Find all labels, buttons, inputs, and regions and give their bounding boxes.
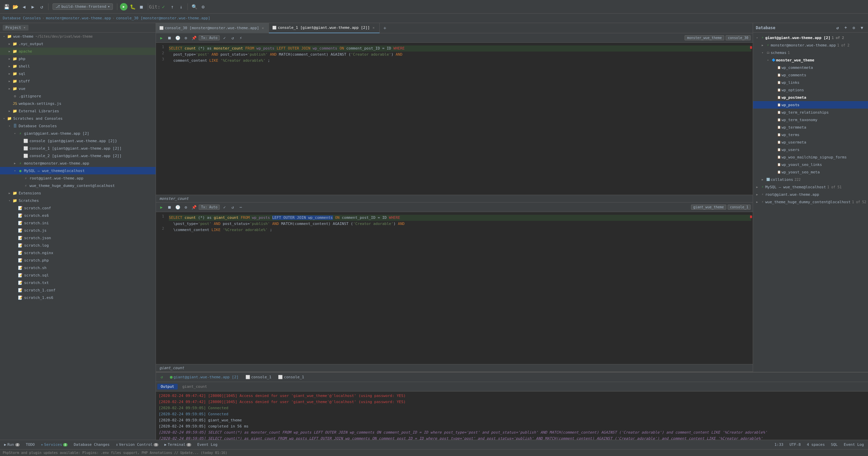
tab-console1-giant[interactable]: ⬜ console_1 [giant@giant.wue-theme.app […	[269, 23, 380, 33]
tree-scratch-conf[interactable]: ▶ 📝 scratch.conf	[0, 204, 156, 212]
tree-scratch-log[interactable]: ▶ 📝 scratch.log	[0, 242, 156, 249]
service-console1-2[interactable]: ⬜ console_1	[276, 374, 306, 380]
pin-btn-2[interactable]: 📌	[191, 204, 197, 211]
tree-giant-app[interactable]: ▾ ⚡ giant@giant.wue-theme.app [2]	[0, 130, 156, 137]
status-indent[interactable]: 4 spaces	[804, 441, 828, 449]
editor-content-2[interactable]: 1 2 SELECT count (*) as	[156, 212, 753, 364]
run-button[interactable]: ▶	[120, 3, 127, 11]
tree-nyc[interactable]: ▶ 📁 .nyc_output	[0, 40, 156, 48]
tree-console-giant-1[interactable]: ▶ ⬜ console {giant@giant.wue-theme.app […	[0, 137, 156, 145]
db-tree-wp-postmeta[interactable]: ▶ 📋 wp_postmeta	[753, 94, 868, 101]
tree-webpack[interactable]: ▶ JS webpack-settings.js	[0, 100, 156, 107]
db-tree-wp-termmeta[interactable]: ▶ 📋 wp_termmeta	[753, 124, 868, 131]
tree-scratch-ini[interactable]: ▶ 📝 scratch.ini	[0, 219, 156, 227]
tab-console30[interactable]: ⬜ console_30 [monster@monster.wue-theme.…	[156, 23, 269, 33]
tree-scratch-sql[interactable]: ▶ 📝 scratch.sql	[0, 271, 156, 279]
conn-badge-giant[interactable]: giant_wue_theme	[691, 205, 726, 210]
tree-monster-app[interactable]: ▶ ⚡ monster@monster.wue-theme.app	[0, 159, 156, 167]
db-tree-wp-usermeta[interactable]: ▶ 📋 wp_usermeta	[753, 138, 868, 146]
tree-root-app[interactable]: ▶ ⚡ root@giant.wue-theme.app	[0, 174, 156, 182]
service-giant-app[interactable]: giant@giant.wue-theme.app [2]	[168, 374, 241, 380]
breadcrumb-console30[interactable]: console_30 [monster@monster.wue-theme.ap…	[116, 16, 210, 20]
db-tree-wp-term-rel[interactable]: ▶ 📋 wp_term_relationships	[753, 109, 868, 116]
db-tree-mysql[interactable]: ▶ ⚡ MySQL – wue_theme@localhost 1 of 51	[753, 183, 868, 191]
tree-scratch-sh[interactable]: ▶ 📝 scratch.sh	[0, 264, 156, 271]
db-refresh-icon[interactable]: ↺	[834, 24, 841, 31]
forward-icon[interactable]: ▶	[29, 3, 37, 11]
history-btn-2[interactable]: 🕐	[174, 204, 181, 211]
tree-console-giant-3[interactable]: ▶ ⬜ console_2 [giant@giant.wue-theme.app…	[0, 152, 156, 159]
open-icon[interactable]: 📂	[12, 3, 19, 11]
db-tree-wue-huge[interactable]: ▶ ⚡ wue_theme_huge_dummy_content@localho…	[753, 198, 868, 206]
db-tree-schemas[interactable]: ▾ 🗂 schemas 1	[753, 49, 868, 56]
db-tree-wp-posts[interactable]: ▶ 📋 wp_posts	[753, 101, 868, 109]
search-icon[interactable]: 🔍	[191, 3, 198, 11]
btn-version-control[interactable]: ↕ Version Control 9	[113, 441, 161, 449]
rollback-btn[interactable]: ↺	[229, 35, 236, 41]
stop-query-btn[interactable]: ⏹	[166, 35, 173, 41]
db-filter-icon[interactable]: ▼	[859, 24, 865, 31]
tree-console-giant-2[interactable]: ▶ ⬜ console_1 [giant@giant.wue-theme.app…	[0, 145, 156, 152]
btn-services[interactable]: ✦ Services 8	[38, 441, 70, 449]
tree-scratch-txt[interactable]: ▶ 📝 scratch.txt	[0, 279, 156, 286]
service-console1[interactable]: ⬜ console_1	[243, 374, 274, 380]
tree-sql[interactable]: ▶ 📁 sql	[0, 70, 156, 77]
db-tree-root[interactable]: ▶ ⚡ root@giant.wue-theme.app	[753, 191, 868, 198]
back-icon[interactable]: ◀	[20, 3, 28, 11]
commit-btn[interactable]: ✓	[221, 35, 228, 41]
btn-run[interactable]: ▶ Run 4	[1, 441, 22, 449]
stop-icon[interactable]: ■	[138, 3, 145, 11]
tree-scratch-es6[interactable]: ▶ 📝 scratch.es6	[0, 212, 156, 219]
db-tree-wp-terms[interactable]: ▶ 📋 wp_terms	[753, 131, 868, 138]
db-tree-wp-yoast-links[interactable]: ▶ 📋 wp_yoast_seo_links	[753, 161, 868, 168]
tab-giant-count[interactable]: giant_count	[179, 384, 211, 390]
db-tree-collations[interactable]: ▶ 🔢 collations 222	[753, 176, 868, 183]
conn-badge-monster[interactable]: monster_wue_theme	[685, 35, 724, 40]
tab-output[interactable]: Output	[157, 384, 178, 390]
tree-scratch-nginx[interactable]: ▶ 📝 scratch.nginx	[0, 249, 156, 256]
btn-event-log-right[interactable]: Event Log	[841, 441, 867, 449]
btn-event-log[interactable]: Event Log	[195, 441, 220, 449]
tree-scratch-1-conf[interactable]: ▶ 📝 scratch_1.conf	[0, 286, 156, 294]
btn-db-changes[interactable]: Database Changes	[71, 441, 112, 449]
tab-close-icon[interactable]: ✕	[260, 26, 265, 31]
btn-terminal[interactable]: ▶ Terminal 0	[162, 441, 194, 449]
breadcrumb-monster[interactable]: monster@monster.wue-theme.app	[46, 16, 111, 20]
db-add-icon[interactable]: ＋	[842, 24, 849, 31]
settings-icon[interactable]: ⚙	[199, 3, 207, 11]
db-tree-wp-woo[interactable]: ▶ 📋 wp_woo_mailchimp_signup_forms	[753, 153, 868, 161]
tree-scratch-json[interactable]: ▶ 📝 scratch.json	[0, 234, 156, 242]
commit-btn-2[interactable]: ✓	[221, 204, 228, 211]
tree-scratch-php[interactable]: ▶ 📝 scratch.php	[0, 256, 156, 264]
save-icon[interactable]: 💾	[3, 3, 10, 11]
db-tree-wp-options[interactable]: ▶ 📋 wp_options	[753, 86, 868, 94]
editor-content-1[interactable]: 1 2 3 SELECT count (*) as	[156, 43, 753, 195]
rollback-btn-2[interactable]: ↺	[229, 204, 236, 211]
tree-ext-libs[interactable]: ▶ 📁 External Libraries	[0, 107, 156, 115]
settings-btn-2[interactable]: ⚙	[182, 204, 189, 211]
tree-apache[interactable]: ▶ 📁 apache	[0, 48, 156, 55]
tree-scratches[interactable]: ▾ 📁 Scratches	[0, 197, 156, 204]
run-query-btn[interactable]: ▶	[158, 35, 165, 41]
pin-btn[interactable]: 📌	[191, 35, 197, 41]
history-btn[interactable]: 🕐	[174, 35, 181, 41]
breadcrumb-db-consoles[interactable]: Database Consoles	[3, 16, 41, 20]
tree-wue-theme[interactable]: ▾ 📁 wue-theme ~/Sites/dev/privat/wue-the…	[0, 33, 156, 40]
tab-close-icon[interactable]: ✕	[371, 25, 376, 30]
tree-vue[interactable]: ▶ 📁 vue	[0, 85, 156, 92]
db-tree-monster-wue[interactable]: ▾ 🔷 monster_wue_theme	[753, 56, 868, 64]
db-tree-wp-links[interactable]: ▶ 📋 wp_links	[753, 79, 868, 86]
tree-gitignore[interactable]: ▶ ⚙ .gitignore	[0, 92, 156, 100]
git-check-icon[interactable]: ✓	[160, 3, 167, 11]
add-tab-icon[interactable]: ＋	[381, 24, 389, 32]
tree-scratches-consoles[interactable]: ▾ 📁 Scratches and Consoles	[0, 115, 156, 122]
tree-extensions[interactable]: ▶ 📁 Extensions	[0, 189, 156, 197]
tx-selector-1[interactable]: Tx: Auto	[199, 35, 220, 40]
db-tree-giant[interactable]: ▾ ⚡ giant@giant.wue-theme.app [2] 1 of 2	[753, 34, 868, 41]
btn-todo[interactable]: TODO	[23, 441, 38, 449]
conn-badge-console30[interactable]: console_30	[726, 35, 751, 40]
db-tree-wp-commentmeta[interactable]: ▶ 📋 wp_commentmeta	[753, 64, 868, 71]
tree-stuff[interactable]: ▶ 📁 stuff	[0, 77, 156, 85]
db-tree-wp-comments[interactable]: ▶ 📋 wp_comments	[753, 71, 868, 79]
db-tree-wp-users[interactable]: ▶ 📋 wp_users	[753, 146, 868, 153]
